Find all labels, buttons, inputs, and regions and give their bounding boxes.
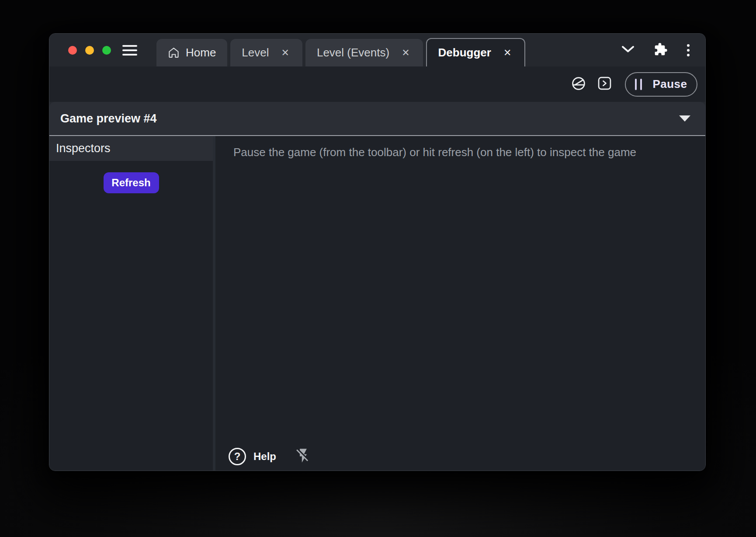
close-tab-icon[interactable]: ✕ — [502, 47, 513, 59]
traffic-lights — [49, 46, 111, 55]
inspectors-header: Inspectors — [49, 136, 213, 161]
tab-label: Home — [186, 46, 216, 59]
more-options-button[interactable] — [687, 44, 690, 56]
debugger-hint-text: Pause the game (from the toolbar) or hit… — [215, 136, 705, 159]
hamburger-icon — [122, 49, 137, 51]
extensions-button[interactable] — [654, 42, 668, 58]
desktop-background: Home Level ✕ Level (Events) ✕ Debugger ✕ — [0, 0, 756, 537]
hamburger-icon — [122, 54, 137, 56]
puzzle-icon — [654, 42, 668, 58]
home-icon — [168, 47, 180, 59]
help-circle-icon: ? — [229, 448, 246, 465]
tab-label: Level (Events) — [317, 46, 389, 59]
close-tab-icon[interactable]: ✕ — [400, 47, 411, 59]
gauge-icon — [571, 76, 586, 93]
flash-off-button[interactable] — [295, 446, 312, 467]
close-tab-icon[interactable]: ✕ — [280, 47, 291, 59]
tab-label: Level — [242, 46, 269, 59]
tab-label: Debugger — [438, 46, 491, 59]
main-menu-button[interactable] — [122, 44, 137, 56]
debugger-window: Home Level ✕ Level (Events) ✕ Debugger ✕ — [49, 33, 706, 471]
flash-off-icon — [295, 446, 312, 467]
kebab-menu-icon — [687, 44, 690, 56]
help-button-label: Help — [253, 450, 276, 463]
debugger-content: Inspectors Refresh Pause the game (from … — [49, 136, 705, 471]
tab-level[interactable]: Level ✕ — [230, 39, 302, 66]
minimize-window-button[interactable] — [85, 46, 94, 55]
titlebar: Home Level ✕ Level (Events) ✕ Debugger ✕ — [49, 34, 705, 66]
game-preview-selector[interactable]: Game preview #4 — [49, 102, 705, 136]
pause-icon — [635, 79, 642, 90]
hamburger-icon — [122, 45, 137, 47]
console-icon — [598, 77, 611, 92]
caret-down-icon — [679, 115, 690, 122]
chevron-down-icon — [621, 45, 635, 55]
profiler-button[interactable] — [571, 76, 586, 93]
show-tabs-list-button[interactable] — [621, 45, 635, 55]
tab-home[interactable]: Home — [156, 39, 227, 66]
help-button[interactable]: ? Help — [229, 448, 276, 465]
close-window-button[interactable] — [68, 46, 77, 55]
pause-button[interactable]: Pause — [625, 72, 697, 97]
zoom-window-button[interactable] — [102, 46, 111, 55]
refresh-button-container: Refresh — [49, 161, 213, 193]
tab-bar: Home Level ✕ Level (Events) ✕ Debugger ✕ — [156, 34, 525, 66]
debugger-toolbar: Pause — [49, 66, 705, 102]
tab-debugger[interactable]: Debugger ✕ — [426, 38, 526, 66]
pause-button-label: Pause — [652, 77, 687, 91]
inspectors-sidebar: Inspectors Refresh — [49, 136, 213, 471]
titlebar-actions — [621, 42, 705, 58]
inspector-main-panel: Pause the game (from the toolbar) or hit… — [215, 136, 705, 471]
console-button[interactable] — [598, 77, 611, 92]
tab-level-events[interactable]: Level (Events) ✕ — [305, 39, 423, 66]
refresh-button[interactable]: Refresh — [104, 172, 159, 193]
debugger-footer: ? Help — [215, 446, 312, 471]
game-preview-title: Game preview #4 — [60, 112, 157, 126]
